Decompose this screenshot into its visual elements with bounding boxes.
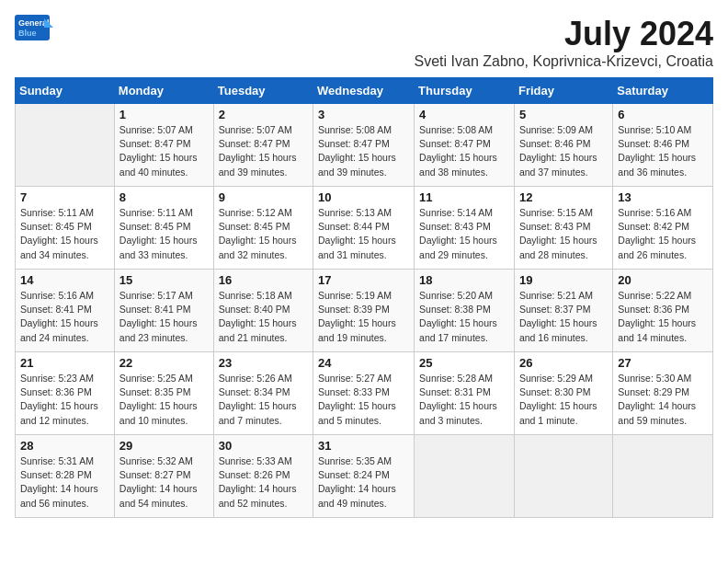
week-row-5: 28Sunrise: 5:31 AM Sunset: 8:28 PM Dayli… — [16, 435, 713, 518]
day-number: 14 — [20, 273, 109, 287]
day-info: Sunrise: 5:21 AM Sunset: 8:37 PM Dayligh… — [519, 289, 608, 345]
month-title: July 2024 — [415, 15, 713, 53]
day-info: Sunrise: 5:30 AM Sunset: 8:29 PM Dayligh… — [618, 372, 708, 428]
day-number: 29 — [119, 439, 209, 453]
day-info: Sunrise: 5:08 AM Sunset: 8:47 PM Dayligh… — [318, 123, 409, 179]
day-info: Sunrise: 5:07 AM Sunset: 8:47 PM Dayligh… — [119, 123, 209, 179]
day-cell: 29Sunrise: 5:32 AM Sunset: 8:27 PM Dayli… — [114, 435, 213, 518]
day-number: 27 — [618, 356, 708, 370]
day-info: Sunrise: 5:11 AM Sunset: 8:45 PM Dayligh… — [20, 206, 109, 262]
day-number: 11 — [419, 190, 509, 204]
header: General Blue July 2024 Sveti Ivan Zabno,… — [15, 15, 713, 70]
day-info: Sunrise: 5:15 AM Sunset: 8:43 PM Dayligh… — [519, 206, 608, 262]
day-cell — [16, 104, 115, 187]
day-number: 30 — [219, 439, 308, 453]
day-info: Sunrise: 5:22 AM Sunset: 8:36 PM Dayligh… — [618, 289, 708, 345]
day-cell: 17Sunrise: 5:19 AM Sunset: 8:39 PM Dayli… — [313, 270, 415, 352]
day-info: Sunrise: 5:31 AM Sunset: 8:28 PM Dayligh… — [20, 454, 109, 511]
day-cell: 20Sunrise: 5:22 AM Sunset: 8:36 PM Dayli… — [613, 270, 713, 352]
day-number: 22 — [119, 356, 209, 370]
day-number: 10 — [318, 190, 409, 204]
calendar-header-row: SundayMondayTuesdayWednesdayThursdayFrid… — [16, 78, 713, 104]
day-cell: 25Sunrise: 5:28 AM Sunset: 8:31 PM Dayli… — [415, 352, 515, 435]
day-cell: 30Sunrise: 5:33 AM Sunset: 8:26 PM Dayli… — [213, 435, 313, 518]
day-number: 12 — [519, 190, 608, 204]
day-info: Sunrise: 5:19 AM Sunset: 8:39 PM Dayligh… — [318, 289, 409, 345]
col-header-wednesday: Wednesday — [313, 78, 415, 104]
day-number: 18 — [419, 273, 509, 287]
day-number: 16 — [219, 273, 308, 287]
day-cell: 26Sunrise: 5:29 AM Sunset: 8:30 PM Dayli… — [514, 352, 612, 435]
day-info: Sunrise: 5:27 AM Sunset: 8:33 PM Dayligh… — [318, 372, 409, 428]
week-row-1: 1Sunrise: 5:07 AM Sunset: 8:47 PM Daylig… — [16, 104, 713, 187]
logo: General Blue — [15, 15, 53, 48]
day-number: 23 — [219, 356, 308, 370]
day-cell: 12Sunrise: 5:15 AM Sunset: 8:43 PM Dayli… — [514, 187, 612, 270]
day-cell: 14Sunrise: 5:16 AM Sunset: 8:41 PM Dayli… — [16, 270, 115, 352]
day-cell: 8Sunrise: 5:11 AM Sunset: 8:45 PM Daylig… — [114, 187, 213, 270]
day-info: Sunrise: 5:14 AM Sunset: 8:43 PM Dayligh… — [419, 206, 509, 262]
day-info: Sunrise: 5:16 AM Sunset: 8:41 PM Dayligh… — [20, 289, 109, 345]
day-info: Sunrise: 5:26 AM Sunset: 8:34 PM Dayligh… — [219, 372, 308, 428]
day-info: Sunrise: 5:23 AM Sunset: 8:36 PM Dayligh… — [20, 372, 109, 428]
day-info: Sunrise: 5:08 AM Sunset: 8:47 PM Dayligh… — [419, 123, 509, 179]
day-cell: 16Sunrise: 5:18 AM Sunset: 8:40 PM Dayli… — [213, 270, 313, 352]
logo-icon: General Blue — [15, 15, 53, 48]
week-row-2: 7Sunrise: 5:11 AM Sunset: 8:45 PM Daylig… — [16, 187, 713, 270]
day-info: Sunrise: 5:18 AM Sunset: 8:40 PM Dayligh… — [219, 289, 308, 345]
day-info: Sunrise: 5:29 AM Sunset: 8:30 PM Dayligh… — [519, 372, 608, 428]
day-cell: 31Sunrise: 5:35 AM Sunset: 8:24 PM Dayli… — [313, 435, 415, 518]
day-cell: 7Sunrise: 5:11 AM Sunset: 8:45 PM Daylig… — [16, 187, 115, 270]
day-cell: 19Sunrise: 5:21 AM Sunset: 8:37 PM Dayli… — [514, 270, 612, 352]
day-cell — [415, 435, 515, 518]
day-number: 3 — [318, 108, 409, 121]
day-info: Sunrise: 5:10 AM Sunset: 8:46 PM Dayligh… — [618, 123, 708, 179]
day-info: Sunrise: 5:13 AM Sunset: 8:44 PM Dayligh… — [318, 206, 409, 262]
day-info: Sunrise: 5:35 AM Sunset: 8:24 PM Dayligh… — [318, 454, 409, 511]
day-cell — [613, 435, 713, 518]
day-cell — [514, 435, 612, 518]
day-number: 4 — [419, 108, 509, 121]
day-info: Sunrise: 5:20 AM Sunset: 8:38 PM Dayligh… — [419, 289, 509, 345]
day-info: Sunrise: 5:07 AM Sunset: 8:47 PM Dayligh… — [219, 123, 308, 179]
day-number: 9 — [219, 190, 308, 204]
day-number: 7 — [20, 190, 109, 204]
day-cell: 2Sunrise: 5:07 AM Sunset: 8:47 PM Daylig… — [213, 104, 313, 187]
location-title: Sveti Ivan Zabno, Koprivnica-Krizevci, C… — [415, 53, 713, 70]
day-info: Sunrise: 5:12 AM Sunset: 8:45 PM Dayligh… — [219, 206, 308, 262]
day-info: Sunrise: 5:25 AM Sunset: 8:35 PM Dayligh… — [119, 372, 209, 428]
col-header-monday: Monday — [114, 78, 213, 104]
day-info: Sunrise: 5:09 AM Sunset: 8:46 PM Dayligh… — [519, 123, 608, 179]
day-number: 21 — [20, 356, 109, 370]
svg-text:Blue: Blue — [18, 29, 37, 38]
day-number: 31 — [318, 439, 409, 453]
day-info: Sunrise: 5:32 AM Sunset: 8:27 PM Dayligh… — [119, 454, 209, 511]
day-cell: 23Sunrise: 5:26 AM Sunset: 8:34 PM Dayli… — [213, 352, 313, 435]
day-cell: 5Sunrise: 5:09 AM Sunset: 8:46 PM Daylig… — [514, 104, 612, 187]
col-header-sunday: Sunday — [16, 78, 115, 104]
col-header-friday: Friday — [514, 78, 612, 104]
day-number: 25 — [419, 356, 509, 370]
day-cell: 3Sunrise: 5:08 AM Sunset: 8:47 PM Daylig… — [313, 104, 415, 187]
day-number: 24 — [318, 356, 409, 370]
day-info: Sunrise: 5:16 AM Sunset: 8:42 PM Dayligh… — [618, 206, 708, 262]
day-number: 26 — [519, 356, 608, 370]
day-cell: 11Sunrise: 5:14 AM Sunset: 8:43 PM Dayli… — [415, 187, 515, 270]
day-number: 28 — [20, 439, 109, 453]
col-header-tuesday: Tuesday — [213, 78, 313, 104]
day-cell: 27Sunrise: 5:30 AM Sunset: 8:29 PM Dayli… — [613, 352, 713, 435]
day-number: 6 — [618, 108, 708, 121]
day-cell: 24Sunrise: 5:27 AM Sunset: 8:33 PM Dayli… — [313, 352, 415, 435]
day-cell: 22Sunrise: 5:25 AM Sunset: 8:35 PM Dayli… — [114, 352, 213, 435]
day-cell: 15Sunrise: 5:17 AM Sunset: 8:41 PM Dayli… — [114, 270, 213, 352]
day-info: Sunrise: 5:17 AM Sunset: 8:41 PM Dayligh… — [119, 289, 209, 345]
day-info: Sunrise: 5:28 AM Sunset: 8:31 PM Dayligh… — [419, 372, 509, 428]
day-info: Sunrise: 5:11 AM Sunset: 8:45 PM Dayligh… — [119, 206, 209, 262]
title-area: July 2024 Sveti Ivan Zabno, Koprivnica-K… — [415, 15, 713, 70]
col-header-saturday: Saturday — [613, 78, 713, 104]
week-row-4: 21Sunrise: 5:23 AM Sunset: 8:36 PM Dayli… — [16, 352, 713, 435]
day-number: 19 — [519, 273, 608, 287]
day-cell: 13Sunrise: 5:16 AM Sunset: 8:42 PM Dayli… — [613, 187, 713, 270]
day-number: 5 — [519, 108, 608, 121]
day-cell: 21Sunrise: 5:23 AM Sunset: 8:36 PM Dayli… — [16, 352, 115, 435]
